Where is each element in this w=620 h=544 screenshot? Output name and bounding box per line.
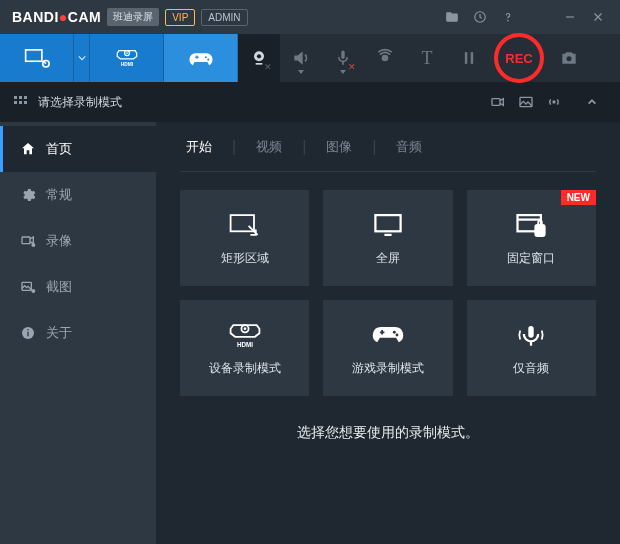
nav-general[interactable]: 常规 — [0, 172, 156, 218]
svg-point-33 — [393, 330, 396, 333]
folder-icon[interactable] — [438, 3, 466, 31]
svg-point-15 — [567, 56, 572, 61]
card-game-mode[interactable]: 游戏录制模式 — [323, 300, 452, 396]
svg-point-5 — [126, 52, 128, 54]
mode-toolbar: HDMI ✕ ✕ T REC — [0, 34, 620, 82]
svg-rect-29 — [536, 225, 545, 236]
svg-rect-14 — [471, 52, 474, 64]
nav-label: 常规 — [46, 186, 72, 204]
x-indicator: ✕ — [348, 62, 356, 72]
nav-label: 录像 — [46, 232, 72, 250]
card-audio-only[interactable]: 仅音频 — [467, 300, 596, 396]
rec-label: REC — [505, 51, 532, 66]
card-label: 矩形区域 — [221, 250, 269, 267]
nav-about[interactable]: 关于 — [0, 310, 156, 356]
svg-text:HDMI: HDMI — [120, 62, 133, 67]
card-fullscreen[interactable]: 全屏 — [323, 190, 452, 286]
svg-point-22 — [31, 289, 35, 293]
mode-device-hdmi[interactable]: HDMI — [90, 34, 164, 82]
info-icon — [20, 325, 36, 341]
tab-audio[interactable]: 音频 — [390, 138, 428, 156]
minimize-button[interactable] — [556, 3, 584, 31]
mode-screen-region[interactable] — [0, 34, 74, 82]
gear-icon — [20, 187, 36, 203]
card-device-mode[interactable]: HDMI 设备录制模式 — [180, 300, 309, 396]
hint-text: 选择您想要使用的录制模式。 — [180, 424, 596, 442]
webcam-toggle[interactable]: ✕ — [238, 34, 280, 82]
nav-label: 截图 — [46, 278, 72, 296]
camera-status-icon[interactable] — [484, 95, 512, 109]
svg-rect-2 — [25, 50, 41, 61]
record-button[interactable]: REC — [494, 33, 544, 83]
mode-screen-dropdown[interactable] — [74, 34, 90, 82]
grip-icon — [14, 96, 28, 108]
logo-post: CAM — [68, 9, 101, 25]
svg-point-8 — [207, 59, 209, 61]
card-label: 游戏录制模式 — [352, 360, 424, 377]
sub-title: 请选择录制模式 — [38, 94, 484, 111]
badge-admin: ADMIN — [201, 9, 247, 26]
title-bar: BANDI●CAM 班迪录屏 VIP ADMIN — [0, 0, 620, 34]
nav-label: 首页 — [46, 140, 72, 158]
video-record-icon — [20, 233, 36, 249]
pause-button[interactable] — [448, 34, 490, 82]
screenshot-button[interactable] — [548, 34, 590, 82]
image-status-icon[interactable] — [512, 95, 540, 109]
home-icon — [20, 141, 36, 157]
tab-video[interactable]: 视频 — [250, 138, 288, 156]
card-label: 全屏 — [376, 250, 400, 267]
svg-rect-13 — [465, 52, 468, 64]
card-fixed-window[interactable]: NEW 固定窗口 — [467, 190, 596, 286]
logo-o-icon: ● — [59, 9, 68, 25]
nav-video[interactable]: 录像 — [0, 218, 156, 264]
svg-rect-27 — [375, 215, 400, 231]
svg-point-1 — [508, 20, 509, 21]
svg-rect-19 — [22, 237, 30, 244]
tabs: 开始 | 视频 | 图像 | 音频 — [180, 122, 596, 172]
card-label: 仅音频 — [513, 360, 549, 377]
cast-toggle[interactable] — [364, 34, 406, 82]
nav-label: 关于 — [46, 324, 72, 342]
svg-rect-24 — [27, 332, 28, 337]
nav-home[interactable]: 首页 — [0, 126, 156, 172]
svg-point-10 — [257, 54, 261, 58]
help-icon[interactable] — [494, 3, 522, 31]
badge-cn: 班迪录屏 — [107, 8, 159, 26]
sub-header: 请选择录制模式 — [0, 82, 620, 122]
svg-rect-11 — [341, 51, 344, 59]
nav-image[interactable]: 截图 — [0, 264, 156, 310]
svg-point-12 — [383, 56, 388, 61]
badge-vip: VIP — [165, 9, 195, 26]
speaker-toggle[interactable] — [280, 34, 322, 82]
text-tool[interactable]: T — [406, 34, 448, 82]
card-label: 设备录制模式 — [209, 360, 281, 377]
svg-point-31 — [243, 327, 246, 330]
image-capture-icon — [20, 279, 36, 295]
logo-text: BANDI●CAM — [12, 9, 101, 25]
card-label: 固定窗口 — [507, 250, 555, 267]
sidebar: 首页 常规 录像 截图 关于 — [0, 122, 156, 544]
svg-text:HDMI: HDMI — [237, 340, 253, 347]
signal-status-icon[interactable] — [540, 95, 568, 109]
close-button[interactable] — [584, 3, 612, 31]
x-indicator: ✕ — [264, 62, 272, 72]
logo-pre: BANDI — [12, 9, 59, 25]
svg-rect-35 — [529, 326, 534, 338]
mic-toggle[interactable]: ✕ — [322, 34, 364, 82]
tab-image[interactable]: 图像 — [320, 138, 358, 156]
card-rectangle-region[interactable]: 矩形区域 — [180, 190, 309, 286]
svg-rect-16 — [492, 99, 500, 106]
clock-icon[interactable] — [466, 3, 494, 31]
collapse-chevron[interactable] — [578, 96, 606, 108]
content-area: 开始 | 视频 | 图像 | 音频 矩形区域 全屏 NEW 固定窗口 HD — [156, 122, 620, 544]
mode-game[interactable] — [164, 34, 238, 82]
svg-point-20 — [31, 243, 35, 247]
svg-point-34 — [396, 333, 399, 336]
mode-grid: 矩形区域 全屏 NEW 固定窗口 HDMI 设备录制模式 游戏录制模式 仅音 — [180, 190, 596, 396]
tab-start[interactable]: 开始 — [180, 138, 218, 156]
new-badge: NEW — [561, 190, 596, 205]
svg-point-18 — [553, 101, 555, 103]
svg-rect-25 — [27, 329, 28, 330]
svg-point-7 — [204, 56, 206, 58]
